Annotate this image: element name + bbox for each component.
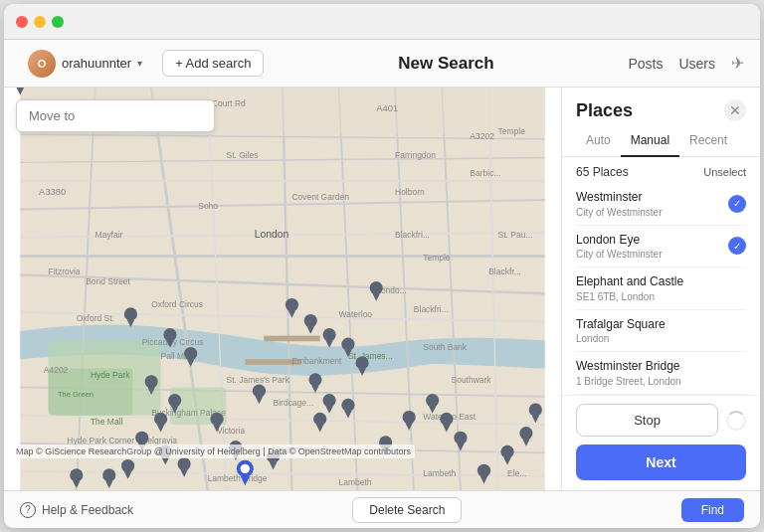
- svg-point-123: [426, 394, 439, 407]
- svg-point-91: [308, 373, 321, 386]
- main-area: Hyde Park The Green street A3380 Square …: [4, 88, 760, 490]
- svg-point-93: [323, 394, 336, 407]
- panel-title: Places: [576, 100, 633, 121]
- unselect-button[interactable]: Unselect: [703, 166, 746, 178]
- svg-point-117: [70, 468, 83, 481]
- svg-text:Blackfri...: Blackfri...: [395, 230, 430, 240]
- help-feedback-button[interactable]: ? Help & Feedback: [20, 502, 133, 518]
- place-info: London Eye City of Westminster: [576, 233, 722, 261]
- svg-text:Ele...: Ele...: [507, 468, 526, 478]
- svg-text:Lambeth: Lambeth: [423, 468, 456, 478]
- loading-indicator: [726, 411, 746, 431]
- panel-tabs: Auto Manual Recent: [562, 121, 760, 157]
- svg-point-99: [145, 375, 158, 388]
- places-panel: Places ✕ Auto Manual Recent 65 Places Un…: [561, 88, 760, 490]
- traffic-light-yellow[interactable]: [34, 16, 46, 28]
- svg-text:Victoria: Victoria: [217, 426, 245, 436]
- panel-bottom: Stop Next: [562, 395, 760, 490]
- svg-point-85: [323, 328, 336, 341]
- svg-point-81: [286, 298, 298, 311]
- svg-point-113: [102, 468, 115, 481]
- svg-point-135: [529, 403, 542, 416]
- svg-text:Blackfri...: Blackfri...: [414, 304, 449, 314]
- stop-row: Stop: [576, 404, 746, 437]
- svg-point-125: [440, 413, 453, 426]
- move-to-input[interactable]: [16, 99, 215, 132]
- add-search-button[interactable]: + Add search: [162, 50, 264, 77]
- svg-text:St. Pau...: St. Pau...: [498, 230, 533, 240]
- svg-text:Holborn: Holborn: [395, 187, 425, 197]
- svg-point-127: [454, 432, 467, 444]
- svg-text:Bond Street: Bond Street: [86, 276, 130, 286]
- page-title: New Search: [264, 54, 628, 74]
- place-name: Westminster Bridge: [576, 359, 746, 375]
- tab-manual[interactable]: Manual: [621, 129, 679, 157]
- svg-point-131: [500, 445, 513, 458]
- traffic-light-green[interactable]: [52, 16, 64, 28]
- place-info: Westminster Bridge 1 Bridge Street, Lond…: [576, 359, 746, 387]
- places-count: 65 Places: [576, 165, 629, 179]
- help-label: Help & Feedback: [42, 503, 133, 517]
- svg-text:Hyde Park: Hyde Park: [91, 370, 130, 380]
- delete-search-button[interactable]: Delete Search: [352, 497, 462, 523]
- find-button[interactable]: Find: [681, 498, 744, 522]
- map-background: Hyde Park The Green street A3380 Square …: [4, 88, 561, 490]
- send-icon[interactable]: ✈: [731, 54, 744, 73]
- list-item[interactable]: Westminster Bridge 1 Bridge Street, Lond…: [576, 352, 746, 395]
- map-attribution: Map © GiScience ResearchGroup @ Universi…: [12, 444, 415, 458]
- svg-text:Embankment: Embankment: [291, 356, 342, 366]
- svg-text:Covent Garden: Covent Garden: [291, 192, 349, 202]
- next-button[interactable]: Next: [576, 444, 746, 480]
- svg-point-87: [341, 337, 354, 350]
- svg-text:Mayfair: Mayfair: [96, 230, 123, 240]
- svg-text:A401: A401: [376, 102, 398, 113]
- svg-rect-0: [20, 88, 544, 490]
- bottombar: ? Help & Feedback Delete Search Find: [4, 490, 760, 528]
- svg-point-109: [178, 457, 191, 470]
- user-name: orahuunnter: [62, 56, 131, 71]
- topbar-right: Posts Users ✈: [628, 54, 744, 73]
- place-sub: City of Westminster: [576, 207, 722, 218]
- svg-text:Farringdon: Farringdon: [395, 150, 436, 160]
- svg-text:Southwark: Southwark: [452, 375, 492, 385]
- svg-text:Lambeth Bridge: Lambeth Bridge: [208, 473, 268, 483]
- tab-recent[interactable]: Recent: [679, 129, 737, 157]
- app-window: O orahuunnter ▾ + Add search New Search …: [4, 4, 760, 528]
- tab-auto[interactable]: Auto: [576, 129, 621, 157]
- tab-users[interactable]: Users: [678, 56, 715, 72]
- user-menu-button[interactable]: O orahuunnter ▾: [20, 46, 150, 82]
- move-to-overlay: [16, 99, 215, 132]
- svg-point-105: [135, 432, 148, 444]
- panel-header: Places ✕: [562, 88, 760, 121]
- svg-text:St. James's Park: St. James's Park: [226, 375, 289, 385]
- svg-point-121: [403, 411, 416, 424]
- list-item[interactable]: Westminster City of Westminster ✓: [576, 183, 746, 226]
- svg-text:Temple: Temple: [423, 253, 451, 263]
- svg-text:London: London: [255, 229, 289, 240]
- list-item[interactable]: Elephant and Castle SE1 6TB, London: [576, 267, 746, 310]
- map-area[interactable]: Hyde Park The Green street A3380 Square …: [4, 88, 561, 490]
- help-icon: ?: [20, 502, 36, 518]
- place-info: Westminster City of Westminster: [576, 190, 722, 218]
- place-sub: City of Westminster: [576, 249, 722, 260]
- svg-point-129: [478, 464, 490, 477]
- place-name: London Eye: [576, 233, 722, 249]
- traffic-lights: [16, 16, 64, 28]
- check-icon: ✓: [728, 237, 746, 255]
- svg-point-83: [304, 314, 317, 327]
- svg-text:A3380: A3380: [39, 186, 66, 197]
- svg-rect-27: [264, 336, 320, 342]
- stop-button[interactable]: Stop: [576, 404, 718, 437]
- list-item[interactable]: London Eye City of Westminster ✓: [576, 226, 746, 268]
- traffic-light-red[interactable]: [16, 16, 28, 28]
- svg-point-77: [163, 328, 176, 341]
- svg-text:Barbic...: Barbic...: [470, 168, 500, 178]
- list-item[interactable]: Trafalgar Square London: [576, 310, 746, 353]
- tab-posts[interactable]: Posts: [628, 56, 663, 72]
- close-button[interactable]: ✕: [724, 99, 746, 121]
- panel-meta: 65 Places Unselect: [562, 157, 760, 183]
- svg-point-144: [210, 413, 223, 426]
- svg-text:Oxford Circus: Oxford Circus: [151, 299, 203, 309]
- svg-point-142: [253, 385, 266, 398]
- svg-point-111: [121, 459, 134, 472]
